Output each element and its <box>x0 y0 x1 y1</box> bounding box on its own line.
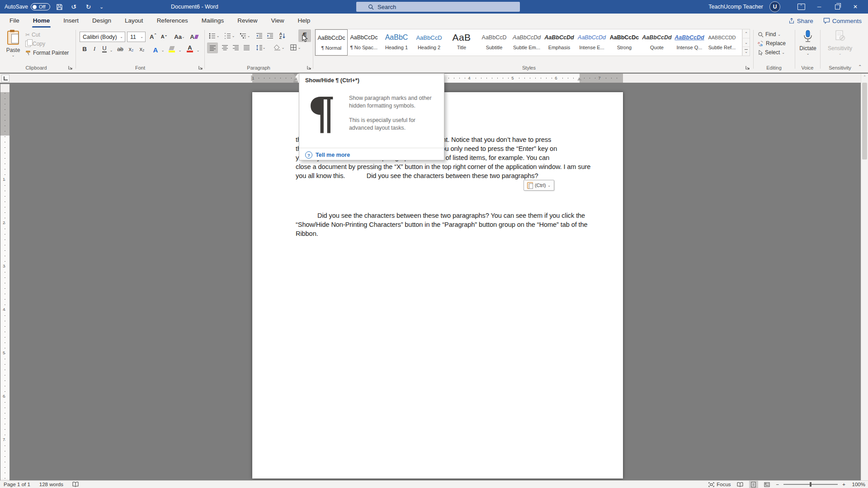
underline-button[interactable]: U <box>100 43 108 53</box>
zoom-level[interactable]: 100% <box>850 482 865 487</box>
page-indicator[interactable]: Page 1 of 1 <box>4 482 30 487</box>
ribbon-display-options-button[interactable]: ⌃ <box>792 0 810 14</box>
sort-button[interactable]: AZ <box>277 31 288 41</box>
comments-button[interactable]: Comments <box>823 18 862 24</box>
font-size-combo[interactable]: 11 ⌄ <box>127 32 146 42</box>
scroll-up-arrow[interactable]: ⌃ <box>861 74 868 80</box>
justify-button[interactable] <box>241 42 251 52</box>
font-color-button[interactable]: A <box>185 43 194 53</box>
customize-quick-access-button[interactable]: ⌄ <box>98 1 108 13</box>
word-count[interactable]: 128 words <box>39 482 63 487</box>
minimize-button[interactable]: ─ <box>810 0 828 14</box>
style-heading-2[interactable]: AaBbCcD Heading 2 <box>413 29 445 56</box>
subscript-button[interactable]: x2 <box>127 43 136 53</box>
align-left-button[interactable] <box>207 42 218 53</box>
line-spacing-dropdown[interactable]: ⌄ <box>261 42 267 52</box>
paste-options-button[interactable]: (Ctrl) ⌄ <box>524 180 554 191</box>
align-right-button[interactable] <box>231 42 241 52</box>
read-mode-button[interactable] <box>736 481 745 488</box>
text-effects-dropdown[interactable]: ⌄ <box>160 43 165 53</box>
font-name-combo[interactable]: Calibri (Body) ⌄ <box>80 32 125 42</box>
format-painter-button[interactable]: Format Painter <box>25 48 69 57</box>
tab-review[interactable]: Review <box>231 14 264 28</box>
avatar[interactable]: U <box>769 1 780 12</box>
style-intense-quote[interactable]: AaBbCcDd Intense Q... <box>673 29 706 56</box>
gallery-scroll-down-button[interactable]: ⌄ <box>743 38 750 47</box>
style-strong[interactable]: AaBbCcDc Strong <box>608 29 641 56</box>
vertical-scrollbar[interactable]: ⌃ <box>861 74 868 480</box>
clear-formatting-button[interactable]: A <box>189 32 199 42</box>
clipboard-dialog-launcher[interactable] <box>68 65 73 70</box>
select-button[interactable]: Select ⌄ <box>758 48 785 57</box>
style-title[interactable]: AaB Title <box>445 29 478 56</box>
align-center-button[interactable] <box>220 42 230 52</box>
undo-button[interactable]: ↺ ⌄ <box>69 1 79 13</box>
proofing-book-icon[interactable] <box>72 482 79 487</box>
strikethrough-button[interactable]: ab <box>116 43 125 53</box>
font-color-dropdown[interactable]: ⌄ <box>195 43 201 53</box>
style-emphasis[interactable]: AaBbCcDd Emphasis <box>543 29 576 56</box>
tab-view[interactable]: View <box>264 14 291 28</box>
focus-mode-button[interactable]: Focus <box>708 482 731 487</box>
sensitivity-button[interactable]: Sensitivity ⌄ <box>824 30 856 56</box>
gallery-scroll-up-button[interactable]: ⌃ <box>743 29 750 38</box>
highlight-button[interactable] <box>167 43 176 53</box>
tab-stop-selector[interactable] <box>1 75 9 82</box>
change-case-button[interactable]: Aa ⌄ <box>173 32 186 42</box>
account-user-name[interactable]: TeachUcomp Teacher <box>708 4 763 10</box>
close-button[interactable]: ✕ <box>846 0 864 14</box>
autosave-toggle[interactable]: AutoSave Off <box>5 3 50 10</box>
superscript-button[interactable]: x2 <box>137 43 146 53</box>
tab-file[interactable]: File <box>3 14 26 28</box>
zoom-slider-thumb[interactable] <box>810 482 811 487</box>
zoom-slider[interactable] <box>783 484 838 485</box>
tab-design[interactable]: Design <box>85 14 118 28</box>
tab-references[interactable]: References <box>150 14 195 28</box>
font-dialog-launcher[interactable] <box>198 65 203 70</box>
style-heading-1[interactable]: AaBbC Heading 1 <box>380 29 413 56</box>
tab-insert[interactable]: Insert <box>57 14 85 28</box>
multilevel-dropdown[interactable]: ⌄ <box>246 31 251 41</box>
dictate-button[interactable]: Dictate ⌄ <box>796 30 820 56</box>
style-normal[interactable]: AaBbCcDc ¶ Normal <box>315 29 348 56</box>
style-quote[interactable]: AaBbCcDd Quote <box>641 29 673 56</box>
autosave-pill[interactable]: Off <box>31 3 50 10</box>
zoom-out-button[interactable]: − <box>776 482 779 487</box>
collapse-ribbon-button[interactable]: ⌃ <box>858 64 862 69</box>
shrink-font-button[interactable]: A⌄ <box>159 32 169 42</box>
grow-font-button[interactable]: A⌃ <box>148 32 158 42</box>
save-button[interactable] <box>55 1 65 13</box>
style-subtle-emphasis[interactable]: AaBbCcDd Subtle Em... <box>510 29 543 56</box>
borders-dropdown[interactable]: ⌄ <box>297 42 302 52</box>
search-input[interactable]: Search <box>356 2 520 12</box>
paragraph-dialog-launcher[interactable] <box>307 65 312 70</box>
style-intense-emphasis[interactable]: AaBbCcDd Intense E... <box>576 29 608 56</box>
numbering-dropdown[interactable]: ⌄ <box>231 31 236 41</box>
redo-button[interactable]: ↻ <box>84 1 94 13</box>
tab-help[interactable]: Help <box>291 14 317 28</box>
style-subtitle[interactable]: AaBbCcD Subtitle <box>478 29 510 56</box>
bold-button[interactable]: B <box>80 43 89 53</box>
text-effects-button[interactable]: A <box>151 43 160 53</box>
tab-home[interactable]: Home <box>26 14 57 28</box>
share-button[interactable]: Share <box>788 18 813 24</box>
gallery-more-button[interactable]: ⌄ <box>743 47 750 56</box>
paste-button[interactable]: Paste ⌄ <box>4 30 23 63</box>
restore-button[interactable] <box>828 0 846 14</box>
shading-dropdown[interactable]: ⌄ <box>280 42 286 52</box>
underline-dropdown[interactable]: ⌄ <box>108 43 114 53</box>
tell-me-more-link[interactable]: ? Tell me more <box>305 151 350 159</box>
increase-indent-button[interactable] <box>265 31 275 41</box>
italic-button[interactable]: I <box>90 43 99 53</box>
cut-button[interactable]: ✂ Cut <box>25 30 40 39</box>
style-subtle-reference[interactable]: AABBCCDD Subtle Ref... <box>706 29 738 56</box>
tab-layout[interactable]: Layout <box>118 14 150 28</box>
find-button[interactable]: Find ⌄ <box>758 30 781 39</box>
right-indent-marker[interactable] <box>577 78 582 80</box>
zoom-in-button[interactable]: + <box>842 482 845 487</box>
hanging-indent-marker[interactable] <box>293 78 298 83</box>
highlight-dropdown[interactable]: ⌄ <box>177 43 183 53</box>
first-line-indent-marker[interactable] <box>293 74 298 76</box>
replace-button[interactable]: a b Replace <box>758 39 786 48</box>
scrollbar-thumb[interactable] <box>862 83 867 160</box>
